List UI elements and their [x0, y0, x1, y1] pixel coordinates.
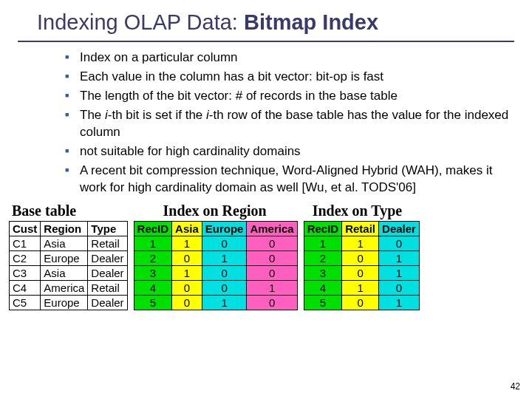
slide-title: Indexing OLAP Data: Bitmap Index [0, 0, 532, 39]
cell: 0 [342, 295, 379, 310]
col-asia: Asia [172, 221, 202, 236]
table-row: 4001 [134, 280, 297, 295]
cell: 5 [134, 295, 172, 310]
col-america: America [247, 221, 297, 236]
title-underline [18, 41, 514, 42]
table-row: 301 [304, 265, 419, 280]
bullet-text: not suitable for high cardinality domain… [80, 144, 301, 158]
cell: Europe [41, 250, 88, 265]
title-plain: Indexing OLAP Data: [37, 10, 244, 34]
cell: C3 [10, 265, 41, 280]
title-bold: Bitmap Index [244, 10, 378, 34]
table-row: C3AsiaDealer [10, 265, 128, 280]
cell: 1 [379, 250, 420, 265]
region-index-table: RecID Asia Europe America 1100 2010 3100… [134, 221, 298, 310]
table-row: C4AmericaRetail [10, 280, 128, 295]
cell: 1 [202, 295, 247, 310]
cell: Retail [88, 236, 127, 250]
cell: 2 [134, 250, 172, 265]
base-table: Cust Region Type C1AsiaRetail C2EuropeDe… [9, 221, 128, 310]
cell: 0 [379, 236, 420, 250]
cell: 0 [247, 295, 297, 310]
cell: 2 [304, 250, 342, 265]
cell: America [41, 280, 88, 295]
bullet-item: The length of the bit vector: # of recor… [65, 88, 514, 105]
bullet-text: The [80, 108, 105, 122]
table-header-row: Cust Region Type [10, 221, 128, 236]
cell: 4 [304, 280, 342, 295]
bullet-item: A recent bit compression technique, Word… [65, 163, 514, 197]
col-region: Region [41, 221, 88, 236]
cell: 1 [202, 250, 247, 265]
cell: 0 [247, 265, 297, 280]
table-row: 410 [304, 280, 419, 295]
cell: 1 [342, 280, 379, 295]
cell: 1 [172, 236, 202, 250]
table-row: 201 [304, 250, 419, 265]
col-retail: Retail [342, 221, 379, 236]
cell: 0 [247, 250, 297, 265]
cell: 1 [379, 295, 420, 310]
cell: 3 [304, 265, 342, 280]
cell: 0 [202, 280, 247, 295]
cell: 0 [202, 265, 247, 280]
caption-base: Base table [12, 202, 128, 219]
cell: 0 [172, 280, 202, 295]
cell: 1 [134, 236, 172, 250]
cell: 5 [304, 295, 342, 310]
col-europe: Europe [202, 221, 247, 236]
cell: 3 [134, 265, 172, 280]
table-row: 501 [304, 295, 419, 310]
bullet-list: Index on a particular column Each value … [35, 50, 514, 197]
table-row: 5010 [134, 295, 297, 310]
table-row: C1AsiaRetail [10, 236, 128, 250]
bullet-item: not suitable for high cardinality domain… [65, 143, 514, 160]
cell: 1 [247, 280, 297, 295]
caption-region: Index on Region [163, 202, 298, 219]
cell: Dealer [88, 250, 127, 265]
bullet-text: -th bit is set if the [108, 108, 206, 122]
cell: Asia [41, 236, 88, 250]
cell: C2 [10, 250, 41, 265]
type-index-table: RecID Retail Dealer 110 201 301 410 501 [304, 221, 420, 310]
cell: 1 [379, 265, 420, 280]
bullet-item: Index on a particular column [65, 50, 514, 66]
cell: C5 [10, 295, 41, 310]
bullet-item: The i-th bit is set if the i-th row of t… [65, 107, 514, 141]
cell: 0 [342, 250, 379, 265]
caption-type: Index on Type [313, 202, 420, 219]
table-row: 1100 [134, 236, 297, 250]
cell: Retail [88, 280, 127, 295]
cell: Dealer [88, 295, 127, 310]
cell: Asia [41, 265, 88, 280]
col-dealer: Dealer [379, 221, 420, 236]
table-row: C5EuropeDealer [10, 295, 128, 310]
table-row: 2010 [134, 250, 297, 265]
cell: 4 [134, 280, 172, 295]
cell: Europe [41, 295, 88, 310]
table-row: 3100 [134, 265, 297, 280]
bullet-item: Each value in the column has a bit vecto… [65, 69, 514, 86]
cell: 0 [172, 250, 202, 265]
table-row: 110 [304, 236, 419, 250]
bullet-text: The length of the bit vector: # of recor… [80, 89, 398, 103]
table-row: C2EuropeDealer [10, 250, 128, 265]
cell: 0 [379, 280, 420, 295]
bullet-text: Index on a particular column [80, 50, 238, 64]
cell: C4 [10, 280, 41, 295]
cell: 1 [304, 236, 342, 250]
cell: 1 [172, 265, 202, 280]
cell: 0 [247, 236, 297, 250]
cell: Dealer [88, 265, 127, 280]
col-recid: RecID [304, 221, 342, 236]
col-recid: RecID [134, 221, 172, 236]
table-header-row: RecID Retail Dealer [304, 221, 419, 236]
col-cust: Cust [10, 221, 41, 236]
cell: 0 [172, 295, 202, 310]
col-type: Type [88, 221, 127, 236]
cell: C1 [10, 236, 41, 250]
cell: 1 [342, 236, 379, 250]
page-number: 42 [511, 381, 520, 392]
bullet-text: A recent bit compression technique, Word… [80, 163, 492, 194]
cell: 0 [342, 265, 379, 280]
